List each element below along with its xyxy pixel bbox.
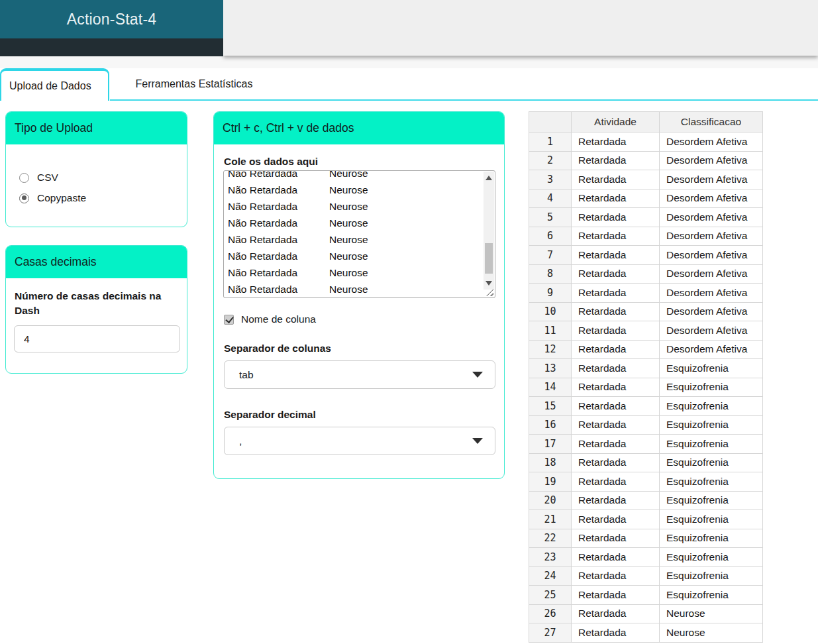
table-row: 12RetardadaDesordem Afetiva xyxy=(529,340,763,359)
table-row: 20RetardadaEsquizofrenia xyxy=(529,491,763,510)
paste-textarea-content: Não RetardadaNeuroseNão RetardadaNeurose… xyxy=(228,170,483,297)
atividade-cell: Retardada xyxy=(572,415,660,435)
row-index-cell: 10 xyxy=(529,302,572,321)
radio-option-copypaste[interactable]: Copypaste xyxy=(19,189,187,207)
row-index-cell: 12 xyxy=(529,340,572,359)
paste-textarea[interactable]: Não RetardadaNeuroseNão RetardadaNeurose… xyxy=(223,170,495,298)
scroll-down-icon[interactable] xyxy=(486,281,492,286)
classificacao-cell: Desordem Afetiva xyxy=(660,170,763,189)
row-index-cell: 4 xyxy=(529,189,572,208)
table-row: 26RetardadaNeurose xyxy=(529,604,763,623)
pasted-data-line: Não RetardadaNeurose xyxy=(228,182,483,198)
table-row: 24RetardadaEsquizofrenia xyxy=(529,566,763,586)
table-header-classificacao: Classificacao xyxy=(660,112,763,133)
scroll-up-icon[interactable] xyxy=(486,176,492,180)
tabbar-underline xyxy=(110,99,818,101)
decimal-separator-label: Separador decimal xyxy=(224,409,316,421)
atividade-cell: Retardada xyxy=(572,604,660,623)
pasted-data-line: Não RetardadaNeurose xyxy=(228,248,483,264)
radio-icon[interactable] xyxy=(19,173,29,183)
table-header-atividade: Atividade xyxy=(572,112,660,133)
classificacao-cell: Esquizofrenia xyxy=(660,397,763,416)
checkbox-label: Nome de coluna xyxy=(241,313,316,325)
table-row: 7RetardadaDesordem Afetiva xyxy=(529,246,763,265)
paste-card: Ctrl + c, Ctrl + v de dados Cole os dado… xyxy=(213,111,505,479)
decimals-title: Casas decimais xyxy=(15,255,97,269)
header-dark-band xyxy=(0,38,223,56)
classificacao-cell: Neurose xyxy=(660,623,763,643)
atividade-cell: Retardada xyxy=(572,453,660,472)
column-separator-dropdown[interactable]: tab xyxy=(224,360,495,389)
atividade-cell: Retardada xyxy=(572,133,660,152)
atividade-cell: Retardada xyxy=(572,321,660,341)
table-row: 8RetardadaDesordem Afetiva xyxy=(529,264,763,284)
classificacao-cell: Desordem Afetiva xyxy=(660,284,763,303)
atividade-cell: Retardada xyxy=(572,491,660,510)
classificacao-cell: Esquizofrenia xyxy=(660,415,763,435)
table-row: 16RetardadaEsquizofrenia xyxy=(529,415,763,435)
classificacao-cell: Desordem Afetiva xyxy=(660,340,763,359)
data-table: Atividade Classificacao 1RetardadaDesord… xyxy=(529,111,763,643)
row-index-cell: 27 xyxy=(529,623,572,643)
classificacao-cell: Esquizofrenia xyxy=(660,566,763,586)
resize-handle-icon[interactable] xyxy=(486,289,493,296)
table-row: 5RetardadaDesordem Afetiva xyxy=(529,208,763,227)
atividade-cell: Retardada xyxy=(572,151,660,170)
classificacao-cell: Esquizofrenia xyxy=(660,378,763,397)
row-index-cell: 5 xyxy=(529,208,572,227)
table-row: 13RetardadaEsquizofrenia xyxy=(529,359,763,378)
textarea-scrollbar[interactable] xyxy=(484,172,494,290)
row-index-cell: 23 xyxy=(529,548,572,567)
tab-upload-de-dados[interactable]: Upload de Dados xyxy=(0,68,109,101)
tab-ferramentas-estatisticas[interactable]: Ferramentas Estatísticas xyxy=(109,69,279,99)
paste-title: Ctrl + c, Ctrl + v de dados xyxy=(223,121,354,135)
table-row: 3RetardadaDesordem Afetiva xyxy=(529,170,763,189)
row-index-cell: 17 xyxy=(529,435,572,454)
row-index-cell: 16 xyxy=(529,415,572,435)
scrollbar-thumb[interactable] xyxy=(485,243,493,274)
classificacao-cell: Esquizofrenia xyxy=(660,491,763,510)
classificacao-cell: Esquizofrenia xyxy=(660,548,763,567)
upload-type-radio-group: CSVCopypaste xyxy=(19,169,187,207)
row-index-cell: 19 xyxy=(529,472,572,492)
decimal-separator-value: , xyxy=(239,435,242,447)
row-index-cell: 8 xyxy=(529,264,572,284)
table-row: 11RetardadaDesordem Afetiva xyxy=(529,321,763,341)
decimal-separator-dropdown[interactable]: , xyxy=(224,427,495,455)
table-header-index xyxy=(529,112,572,133)
radio-icon[interactable] xyxy=(19,193,29,203)
pasted-data-line: Não RetardadaNeurose xyxy=(228,215,483,231)
column-separator-value: tab xyxy=(239,369,254,381)
table-row: 23RetardadaEsquizofrenia xyxy=(529,548,763,567)
atividade-cell: Retardada xyxy=(572,359,660,378)
row-index-cell: 1 xyxy=(529,133,572,152)
classificacao-cell: Desordem Afetiva xyxy=(660,208,763,227)
row-index-cell: 2 xyxy=(529,151,572,170)
atividade-cell: Retardada xyxy=(572,264,660,284)
atividade-cell: Retardada xyxy=(572,566,660,586)
table-row: 18RetardadaEsquizofrenia xyxy=(529,453,763,472)
classificacao-cell: Neurose xyxy=(660,604,763,623)
paste-data-label: Cole os dados aqui xyxy=(224,156,318,168)
table-row: 19RetardadaEsquizofrenia xyxy=(529,472,763,492)
atividade-cell: Retardada xyxy=(572,623,660,643)
radio-option-csv[interactable]: CSV xyxy=(19,169,187,186)
row-index-cell: 22 xyxy=(529,529,572,548)
atividade-cell: Retardada xyxy=(572,170,660,189)
decimals-input[interactable] xyxy=(14,325,180,352)
radio-label: CSV xyxy=(37,172,58,184)
chevron-down-icon xyxy=(472,372,483,378)
atividade-cell: Retardada xyxy=(572,548,660,567)
table-row: 2RetardadaDesordem Afetiva xyxy=(529,151,763,170)
classificacao-cell: Esquizofrenia xyxy=(660,472,763,492)
table-row: 10RetardadaDesordem Afetiva xyxy=(529,302,763,321)
row-index-cell: 20 xyxy=(529,491,572,510)
app-title: Action-Stat-4 xyxy=(67,11,157,28)
classificacao-cell: Desordem Afetiva xyxy=(660,264,763,284)
row-index-cell: 6 xyxy=(529,227,572,246)
column-name-checkbox-row[interactable]: Nome de coluna xyxy=(224,313,316,325)
atividade-cell: Retardada xyxy=(572,340,660,359)
classificacao-cell: Desordem Afetiva xyxy=(660,321,763,341)
checkbox-icon[interactable] xyxy=(224,315,234,325)
table-row: 9RetardadaDesordem Afetiva xyxy=(529,284,763,303)
